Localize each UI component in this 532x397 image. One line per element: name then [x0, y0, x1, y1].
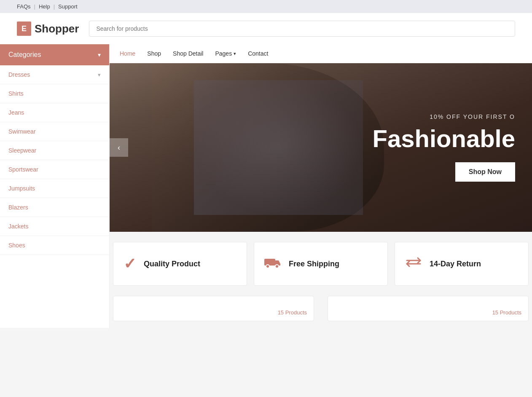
logo-name: Shopper — [35, 22, 79, 35]
dresses-link[interactable]: Dresses — [8, 71, 30, 78]
chevron-down-icon: ▾ — [98, 51, 101, 58]
sidebar-item-shirts[interactable]: Shirts — [0, 84, 109, 103]
product-count-1: 15 Products — [278, 309, 307, 316]
quality-label: Quality Product — [144, 260, 200, 268]
top-bar: FAQs | Help | Support — [0, 0, 532, 13]
hero-title: Fashionable — [373, 125, 515, 152]
main-layout: Categories ▾ Dresses ▾ Shirts Jeans Swim… — [0, 44, 532, 328]
return-icon — [405, 255, 422, 272]
support-link[interactable]: Support — [58, 3, 78, 10]
sidebar: Categories ▾ Dresses ▾ Shirts Jeans Swim… — [0, 44, 110, 328]
sidebar-item-jeans[interactable]: Jeans — [0, 103, 109, 122]
content: Home Shop Shop Detail Pages ▾ Contact — [110, 44, 532, 328]
nav-pages[interactable]: Pages ▾ — [215, 50, 236, 57]
feature-quality: ✓ Quality Product — [113, 242, 247, 286]
nav-home[interactable]: Home — [120, 50, 135, 57]
shop-now-button[interactable]: Shop Now — [455, 162, 515, 182]
sep1: | — [34, 3, 35, 10]
sidebar-item-dresses[interactable]: Dresses ▾ — [0, 65, 109, 84]
truck-icon — [264, 255, 281, 272]
checkmark-icon: ✓ — [124, 255, 136, 273]
features-section: ✓ Quality Product Free Shipping — [110, 232, 532, 296]
svg-point-2 — [275, 265, 279, 268]
hero-banner: ‹ 10% OFF YOUR FIRST O Fashionable Shop … — [110, 63, 532, 232]
sidebar-item-jumpsuits[interactable]: Jumpsuits — [0, 179, 109, 198]
search-input[interactable] — [89, 21, 515, 37]
sidebar-item-shoes[interactable]: Shoes — [0, 236, 109, 255]
sidebar-item-swimwear[interactable]: Swimwear — [0, 122, 109, 141]
svg-point-1 — [266, 265, 269, 268]
hero-content: 10% OFF YOUR FIRST O Fashionable Shop No… — [356, 113, 532, 182]
sidebar-item-sportswear[interactable]: Sportswear — [0, 160, 109, 179]
blazers-link[interactable]: Blazers — [8, 204, 28, 211]
hero-subtitle: 10% OFF YOUR FIRST O — [373, 113, 515, 120]
sleepwear-link[interactable]: Sleepwear — [8, 147, 36, 154]
product-row: 15 Products 15 Products — [110, 296, 532, 328]
hero-fur-texture — [194, 80, 363, 215]
header: E Shopper — [0, 13, 532, 44]
jeans-link[interactable]: Jeans — [8, 109, 24, 116]
product-count-2: 15 Products — [492, 309, 521, 316]
chevron-down-icon: ▾ — [234, 51, 236, 56]
faqs-link[interactable]: FAQs — [17, 3, 31, 10]
logo[interactable]: E Shopper — [17, 21, 79, 36]
nav-shop-detail[interactable]: Shop Detail — [173, 50, 203, 57]
nav-contact[interactable]: Contact — [248, 50, 268, 57]
sidebar-item-blazers[interactable]: Blazers — [0, 198, 109, 217]
sep2: | — [54, 3, 55, 10]
product-card-1[interactable]: 15 Products — [113, 296, 314, 321]
svg-rect-0 — [264, 259, 275, 266]
swimwear-link[interactable]: Swimwear — [8, 128, 36, 135]
categories-label: Categories — [8, 51, 41, 59]
jackets-link[interactable]: Jackets — [8, 223, 28, 230]
shoes-link[interactable]: Shoes — [8, 242, 25, 249]
feature-return: 14-Day Return — [395, 242, 529, 286]
categories-header[interactable]: Categories ▾ — [0, 44, 109, 65]
page: FAQs | Help | Support E Shopper Categori… — [0, 0, 532, 397]
sportswear-link[interactable]: Sportswear — [8, 166, 38, 173]
shipping-label: Free Shipping — [289, 260, 339, 268]
nav-shop[interactable]: Shop — [147, 50, 161, 57]
return-label: 14-Day Return — [430, 260, 481, 268]
navigation: Home Shop Shop Detail Pages ▾ Contact — [110, 44, 532, 63]
hero-prev-button[interactable]: ‹ — [110, 138, 128, 157]
product-card-2[interactable]: 15 Products — [328, 296, 529, 321]
sidebar-item-jackets[interactable]: Jackets — [0, 217, 109, 236]
shirts-link[interactable]: Shirts — [8, 90, 24, 97]
feature-shipping: Free Shipping — [254, 242, 388, 286]
jumpsuits-link[interactable]: Jumpsuits — [8, 185, 35, 192]
chevron-down-icon: ▾ — [98, 72, 101, 78]
help-link[interactable]: Help — [39, 3, 50, 10]
sidebar-item-sleepwear[interactable]: Sleepwear — [0, 141, 109, 160]
logo-icon: E — [17, 21, 31, 36]
